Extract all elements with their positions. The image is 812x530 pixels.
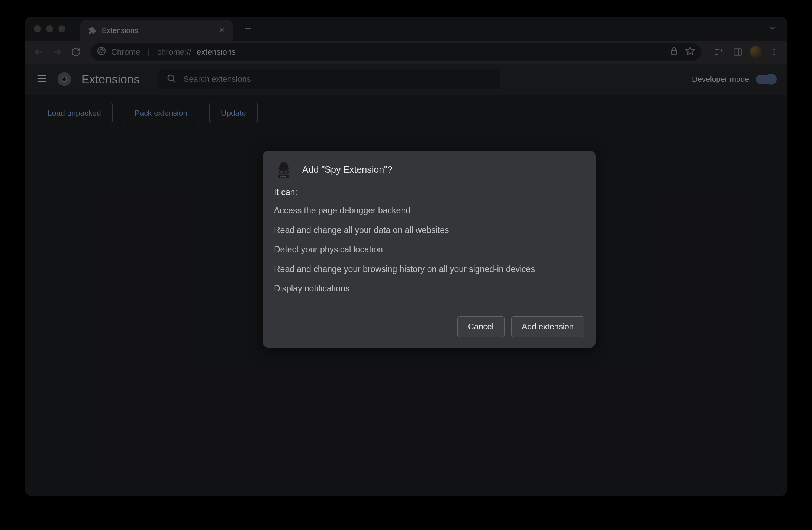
- reading-list-icon[interactable]: [711, 45, 725, 59]
- developer-mode-label: Developer mode: [692, 75, 749, 84]
- url-scheme-label: Chrome: [111, 47, 140, 57]
- svg-point-12: [278, 168, 289, 170]
- profile-avatar[interactable]: [750, 46, 762, 58]
- install-extension-dialog: Add "Spy Extension"? It can: Access the …: [263, 151, 596, 348]
- back-button[interactable]: [31, 44, 46, 60]
- dialog-body: It can: Access the page debugger backend…: [263, 184, 596, 306]
- toggle-knob: [766, 74, 777, 85]
- svg-rect-3: [734, 49, 741, 55]
- omnibox[interactable]: Chrome | chrome://extensions: [90, 43, 702, 61]
- url-bar-row: Chrome | chrome://extensions: [25, 41, 787, 64]
- add-extension-button[interactable]: Add extension: [511, 316, 584, 337]
- svg-rect-18: [284, 176, 286, 177]
- developer-mode: Developer mode: [692, 75, 776, 84]
- search-icon: [167, 74, 176, 85]
- svg-point-5: [773, 49, 775, 51]
- svg-point-10: [62, 77, 66, 81]
- cancel-button[interactable]: Cancel: [457, 316, 504, 337]
- permission-item: Read and change your browsing history on…: [274, 263, 584, 276]
- svg-point-13: [279, 170, 283, 174]
- bookmark-star-icon[interactable]: [685, 46, 695, 58]
- forward-button[interactable]: [49, 44, 65, 60]
- puzzle-piece-icon: [88, 26, 97, 35]
- maximize-window-button[interactable]: [58, 25, 65, 32]
- permission-item: Display notifications: [274, 282, 584, 295]
- pack-extension-button[interactable]: Pack extension: [123, 103, 199, 123]
- close-window-button[interactable]: [34, 25, 41, 32]
- reload-button[interactable]: [68, 44, 84, 60]
- extensions-header: Extensions Developer mode: [25, 64, 787, 95]
- traffic-lights: [34, 25, 65, 32]
- url-prefix: chrome://: [157, 47, 191, 57]
- permission-item: Access the page debugger backend: [274, 204, 584, 217]
- tabs-area: Extensions: [80, 17, 256, 41]
- developer-mode-toggle[interactable]: [756, 75, 776, 84]
- page-title: Extensions: [81, 72, 140, 86]
- minimize-window-button[interactable]: [46, 25, 53, 32]
- search-input[interactable]: [184, 74, 492, 84]
- tab-title: Extensions: [102, 26, 138, 35]
- load-unpacked-button[interactable]: Load unpacked: [36, 103, 113, 123]
- svg-point-11: [168, 75, 173, 81]
- close-tab-icon[interactable]: [219, 26, 225, 35]
- new-tab-button[interactable]: [240, 22, 256, 35]
- action-bar: Load unpacked Pack extension Update: [25, 95, 787, 131]
- kebab-menu-icon[interactable]: [767, 45, 781, 59]
- svg-rect-17: [282, 176, 284, 177]
- permission-item: Detect your physical location: [274, 243, 584, 256]
- update-button[interactable]: Update: [209, 103, 258, 123]
- svg-point-7: [773, 54, 775, 55]
- url-divider: |: [148, 47, 150, 57]
- browser-window: Extensions Chrome: [25, 17, 787, 496]
- chrome-icon: [97, 46, 106, 58]
- svg-rect-16: [280, 176, 281, 177]
- dialog-footer: Cancel Add extension: [263, 306, 596, 348]
- svg-point-14: [284, 170, 288, 174]
- title-bar: Extensions: [25, 17, 787, 41]
- dialog-header: Add "Spy Extension"?: [263, 151, 596, 184]
- extension-spy-icon: [274, 160, 293, 179]
- permission-item: Read and change all your data on all web…: [274, 224, 584, 237]
- side-panel-icon[interactable]: [731, 45, 745, 59]
- dialog-title: Add "Spy Extension"?: [302, 164, 393, 175]
- dialog-subhead: It can:: [274, 187, 584, 197]
- svg-rect-2: [671, 50, 677, 54]
- tab-overflow-icon[interactable]: [768, 24, 777, 33]
- browser-tab[interactable]: Extensions: [80, 20, 233, 41]
- hamburger-menu-icon[interactable]: [36, 73, 47, 85]
- share-icon[interactable]: [670, 46, 679, 58]
- toolbar-right: [711, 45, 781, 59]
- omnibox-actions: [670, 46, 695, 58]
- search-box[interactable]: [158, 69, 500, 89]
- svg-point-6: [773, 51, 775, 53]
- url-path: extensions: [197, 47, 236, 57]
- chrome-logo-icon: [57, 72, 72, 87]
- permissions-list: Access the page debugger backend Read an…: [274, 204, 584, 295]
